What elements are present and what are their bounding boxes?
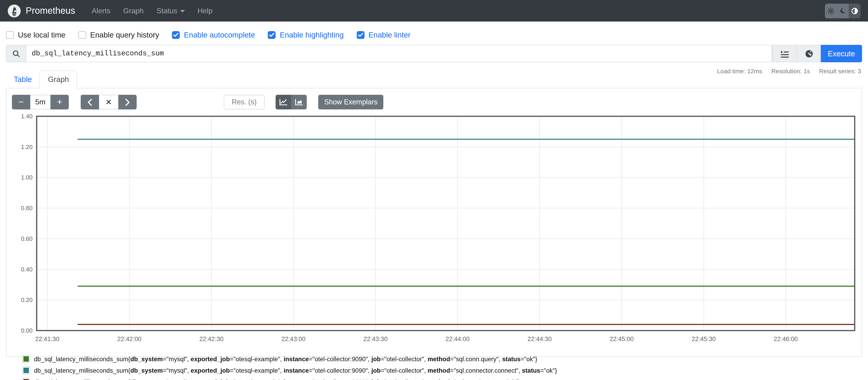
nav-item-help[interactable]: Help bbox=[191, 3, 219, 19]
chart-area[interactable]: 0.000.200.400.600.801.001.201.4022:41:30… bbox=[11, 114, 857, 350]
half-circle-icon bbox=[851, 7, 858, 14]
checkbox[interactable] bbox=[172, 31, 180, 39]
query-expression-input[interactable]: db_sql_latency_milliseconds_sum bbox=[26, 45, 772, 62]
svg-text:22:44:00: 22:44:00 bbox=[445, 336, 469, 342]
legend-label: db_sql_latency_milliseconds_sum{db_syste… bbox=[34, 355, 537, 362]
tab-graph[interactable]: Graph bbox=[40, 70, 77, 89]
resolution-input[interactable]: Res. (s) bbox=[224, 95, 265, 109]
legend-label: db_sql_latency_milliseconds_sum{db_syste… bbox=[34, 367, 557, 374]
theme-toggle-group bbox=[825, 3, 861, 18]
time-shift-group: ✕ bbox=[81, 95, 137, 109]
chevron-down-icon bbox=[180, 10, 185, 12]
legend-swatch bbox=[22, 378, 30, 380]
shift-back-button[interactable] bbox=[81, 95, 99, 109]
legend-swatch bbox=[22, 355, 30, 363]
light-theme-button[interactable] bbox=[825, 3, 837, 18]
load-time: Load time: 12ms bbox=[717, 68, 762, 75]
svg-text:22:41:30: 22:41:30 bbox=[35, 336, 59, 342]
show-exemplars-button[interactable]: Show Exemplars bbox=[318, 95, 383, 109]
option-use-local-time[interactable]: Use local time bbox=[6, 31, 65, 39]
svg-text:0.40: 0.40 bbox=[21, 266, 33, 273]
legend-swatch bbox=[22, 366, 30, 375]
legend-item[interactable]: db_sql_latency_milliseconds_sum{db_syste… bbox=[22, 378, 857, 380]
graph-controls: − 5m + ✕ Res. (s) bbox=[12, 95, 857, 109]
nav-item-graph[interactable]: Graph bbox=[117, 3, 150, 19]
svg-text:22:43:30: 22:43:30 bbox=[363, 336, 388, 342]
chart-legend: db_sql_latency_milliseconds_sum{db_syste… bbox=[22, 355, 857, 380]
metrics-explorer-button[interactable] bbox=[772, 45, 797, 62]
line-chart-icon bbox=[279, 98, 287, 106]
svg-text:22:45:00: 22:45:00 bbox=[610, 336, 634, 342]
chart-type-toggle bbox=[276, 95, 307, 109]
range-group: − 5m + bbox=[12, 95, 69, 109]
legend-item[interactable]: db_sql_latency_milliseconds_sum{db_syste… bbox=[22, 355, 857, 363]
increase-range-button[interactable]: + bbox=[51, 95, 69, 109]
legend-item[interactable]: db_sql_latency_milliseconds_sum{db_syste… bbox=[22, 366, 857, 375]
svg-text:22:42:30: 22:42:30 bbox=[199, 336, 223, 342]
metrics-explorer-icon bbox=[780, 50, 789, 58]
query-options-row: Use local time Enable query history Enab… bbox=[6, 26, 862, 45]
svg-text:0.80: 0.80 bbox=[21, 205, 33, 211]
query-bar: db_sql_latency_milliseconds_sum Execute bbox=[6, 45, 862, 62]
checkbox[interactable] bbox=[268, 31, 276, 39]
query-stats: Load time: 12ms Resolution: 1s Result se… bbox=[717, 68, 861, 75]
navbar: Prometheus Alerts Graph Status Help bbox=[0, 0, 868, 22]
shift-forward-button[interactable] bbox=[118, 95, 137, 109]
svg-text:22:42:00: 22:42:00 bbox=[117, 336, 142, 342]
brand-label: Prometheus bbox=[26, 5, 75, 16]
svg-text:0.20: 0.20 bbox=[21, 297, 33, 303]
execute-button[interactable]: Execute bbox=[821, 45, 862, 62]
svg-text:22:43:00: 22:43:00 bbox=[281, 336, 305, 342]
option-enable-highlighting[interactable]: Enable highlighting bbox=[268, 31, 344, 39]
svg-text:1.40: 1.40 bbox=[21, 114, 33, 120]
svg-text:22:45:30: 22:45:30 bbox=[692, 336, 716, 342]
prometheus-app: Prometheus Alerts Graph Status Help bbox=[0, 0, 868, 380]
checkbox[interactable] bbox=[78, 31, 86, 39]
prometheus-logo-icon bbox=[7, 4, 21, 18]
search-addon bbox=[6, 45, 26, 62]
globe-button[interactable] bbox=[797, 45, 821, 62]
sun-icon bbox=[827, 7, 835, 14]
svg-text:1.20: 1.20 bbox=[21, 143, 33, 150]
svg-text:0.60: 0.60 bbox=[21, 235, 33, 242]
nav-item-alerts[interactable]: Alerts bbox=[85, 3, 117, 19]
resolution: Resolution: 1s bbox=[771, 68, 810, 75]
chevron-left-icon bbox=[88, 99, 92, 106]
option-enable-query-history[interactable]: Enable query history bbox=[78, 31, 159, 39]
clear-time-button[interactable]: ✕ bbox=[99, 95, 118, 109]
svg-text:22:44:30: 22:44:30 bbox=[528, 336, 552, 342]
checkbox[interactable] bbox=[356, 31, 364, 39]
stacked-chart-button[interactable] bbox=[291, 95, 307, 109]
chevron-right-icon bbox=[125, 99, 130, 106]
moon-icon bbox=[839, 7, 846, 14]
line-chart-button[interactable] bbox=[276, 95, 291, 109]
decrease-range-button[interactable]: − bbox=[12, 95, 30, 109]
option-enable-linter[interactable]: Enable linter bbox=[356, 31, 410, 39]
nav-item-status[interactable]: Status bbox=[150, 3, 191, 19]
nav-links: Alerts Graph Status Help bbox=[85, 0, 219, 22]
stacked-chart-icon bbox=[295, 98, 303, 106]
svg-text:22:46:00: 22:46:00 bbox=[774, 336, 798, 342]
auto-theme-button[interactable] bbox=[849, 3, 861, 18]
graph-panel: − 5m + ✕ Res. (s) bbox=[6, 89, 862, 357]
range-input[interactable]: 5m bbox=[30, 95, 51, 109]
brand[interactable]: Prometheus bbox=[7, 4, 75, 18]
dark-theme-button[interactable] bbox=[837, 3, 849, 18]
option-enable-autocomplete[interactable]: Enable autocomplete bbox=[172, 31, 255, 39]
time-series-chart[interactable]: 0.000.200.400.600.801.001.201.4022:41:30… bbox=[11, 114, 857, 348]
svg-text:1.00: 1.00 bbox=[21, 174, 33, 181]
tab-table[interactable]: Table bbox=[6, 71, 40, 88]
search-icon bbox=[12, 50, 20, 58]
globe-icon bbox=[805, 49, 813, 58]
result-series: Result series: 3 bbox=[819, 68, 861, 75]
legend-label: db_sql_latency_milliseconds_sum{db_syste… bbox=[34, 378, 520, 380]
svg-text:0.00: 0.00 bbox=[21, 327, 33, 334]
checkbox[interactable] bbox=[6, 31, 14, 39]
tabs-row: Load time: 12ms Resolution: 1s Result se… bbox=[6, 67, 862, 89]
